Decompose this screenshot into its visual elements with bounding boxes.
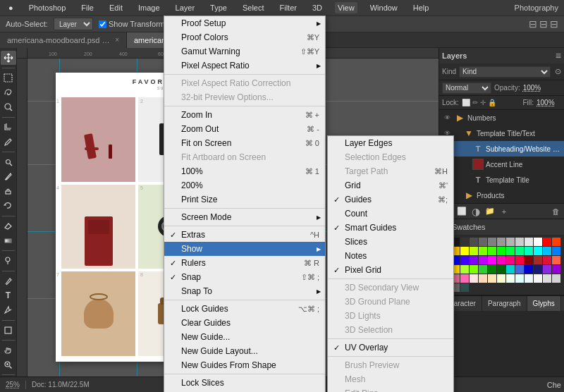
layer-menu[interactable]: Layer bbox=[173, 2, 198, 13]
swatch-bf00ff[interactable] bbox=[479, 256, 487, 264]
window-menu[interactable]: Window bbox=[367, 2, 400, 13]
lock-pixels-icon[interactable]: ⬜ bbox=[462, 99, 470, 106]
shape-tool[interactable] bbox=[1, 323, 16, 337]
show-transform-checkbox[interactable] bbox=[99, 20, 106, 28]
pen-tool[interactable] bbox=[1, 274, 16, 288]
layer-mask-btn[interactable]: ⬜ bbox=[456, 206, 467, 217]
filter-menu[interactable]: Filter bbox=[277, 2, 300, 13]
marquee-tool[interactable] bbox=[1, 71, 16, 85]
layer-template-title-text[interactable]: 👁 ▼ Template Title/Text bbox=[439, 125, 564, 141]
menu-print-size[interactable]: Print Size bbox=[164, 192, 325, 207]
swatch-ffe4b5[interactable] bbox=[488, 274, 496, 283]
swatch-666666[interactable] bbox=[479, 238, 487, 246]
apple-menu[interactable]: ● bbox=[6, 2, 16, 13]
view-menu-dropdown[interactable]: Proof Setup Proof Colors⌘Y Gamut Warning… bbox=[164, 16, 326, 392]
menu-pixel-aspect-ratio[interactable]: Pixel Aspect Ratio bbox=[164, 59, 325, 73]
swatch-b3b3b3[interactable] bbox=[506, 238, 515, 246]
swatch-adff2f[interactable] bbox=[460, 265, 469, 274]
menu-snap-to[interactable]: Snap To bbox=[164, 284, 325, 298]
show-uv-overlay[interactable]: UV Overlay bbox=[328, 341, 453, 355]
swatch-00ced1[interactable] bbox=[506, 265, 515, 274]
swatch-ff69b4[interactable] bbox=[460, 274, 469, 283]
layers-options-icon[interactable]: ≡ bbox=[556, 50, 561, 61]
align-right-icon[interactable]: ⊟ bbox=[550, 18, 558, 30]
menu-rulers[interactable]: Rulers⌘ R bbox=[164, 256, 325, 270]
menu-snap[interactable]: Snap⇧⌘ ; bbox=[164, 270, 325, 284]
layer-group-btn[interactable]: 📁 bbox=[484, 206, 496, 217]
swatch-ff00ff[interactable] bbox=[488, 256, 496, 264]
eyedropper-tool[interactable] bbox=[1, 135, 16, 149]
3d-menu[interactable]: 3D bbox=[309, 2, 325, 13]
align-left-icon[interactable]: ⊟ bbox=[529, 18, 537, 30]
menu-new-guides-from-shape[interactable]: New Guides From Shape bbox=[164, 358, 325, 372]
layer-numbers[interactable]: 👁 ▶ Numbers bbox=[439, 110, 564, 125]
swatch-0000cd[interactable] bbox=[525, 265, 533, 274]
swatch-7fff00[interactable] bbox=[470, 265, 478, 274]
swatch-d3d3d3[interactable] bbox=[552, 274, 560, 283]
menu-proof-setup[interactable]: Proof Setup bbox=[164, 16, 325, 30]
swatch-ffff00[interactable] bbox=[460, 247, 469, 255]
fill-value[interactable]: 100% bbox=[537, 99, 561, 106]
align-center-icon[interactable]: ⊟ bbox=[539, 18, 548, 30]
swatch-808080[interactable] bbox=[488, 238, 496, 246]
layer-template-title[interactable]: 👁 T Template Title bbox=[439, 172, 564, 188]
menu-lock-guides[interactable]: Lock Guides⌥⌘ ; bbox=[164, 302, 325, 316]
swatch-999999[interactable] bbox=[497, 238, 505, 246]
show-slices[interactable]: Slices bbox=[328, 235, 453, 249]
swatch-ff0000[interactable] bbox=[543, 238, 551, 246]
type-tool[interactable]: T bbox=[1, 288, 16, 302]
select-menu[interactable]: Select bbox=[240, 2, 267, 13]
layer-accent-line[interactable]: 👁 Accent Line bbox=[439, 157, 564, 172]
history-brush-tool[interactable] bbox=[1, 199, 16, 213]
lock-position-icon[interactable]: ✛ bbox=[480, 99, 486, 106]
swatch-f5f5f5[interactable] bbox=[534, 274, 542, 283]
swatch-bfff00[interactable] bbox=[470, 247, 478, 255]
swatch-32cd32[interactable] bbox=[479, 265, 487, 274]
crop-tool[interactable] bbox=[1, 121, 16, 135]
menu-100pct[interactable]: 100%⌘ 1 bbox=[164, 164, 325, 178]
layer-eye-numbers[interactable]: 👁 bbox=[442, 113, 452, 123]
layer-new-btn[interactable]: + bbox=[498, 206, 510, 217]
swatch-008000[interactable] bbox=[488, 265, 496, 274]
tab-americana-moodboard[interactable]: americana-moodboard.psd @ 25% (12: Place… bbox=[0, 32, 127, 48]
layer-subheading[interactable]: 👁 T Subheading/Website URL bbox=[439, 141, 564, 157]
swatch-006400[interactable] bbox=[497, 265, 505, 274]
layer-products[interactable]: 👁 ▶ Products bbox=[439, 188, 564, 203]
photoshop-menu[interactable]: Photoshop bbox=[26, 2, 69, 13]
dodge-tool[interactable] bbox=[1, 254, 16, 268]
spot-heal-tool[interactable] bbox=[1, 155, 16, 169]
swatch-2f4f4f[interactable] bbox=[460, 283, 469, 292]
swatch-f0f8ff[interactable] bbox=[525, 274, 533, 283]
menu-clear-guides[interactable]: Clear Guides bbox=[164, 316, 325, 330]
swatch-cccccc[interactable] bbox=[515, 238, 524, 246]
swatch-e6e6e6[interactable] bbox=[525, 238, 533, 246]
menu-extras[interactable]: Extras^H bbox=[164, 228, 325, 242]
swatch-a52a2a[interactable] bbox=[534, 256, 542, 264]
swatch-fafad2[interactable] bbox=[497, 274, 505, 283]
eraser-tool[interactable] bbox=[1, 219, 16, 233]
menu-new-guide-layout[interactable]: New Guide Layout... bbox=[164, 344, 325, 358]
help-menu[interactable]: Help bbox=[410, 2, 432, 13]
swatch-4000ff[interactable] bbox=[460, 256, 469, 264]
swatch-80ff00[interactable] bbox=[479, 247, 487, 255]
show-grid[interactable]: Grid⌘' bbox=[328, 178, 453, 192]
show-smart-guides[interactable]: Smart Guides bbox=[328, 221, 453, 235]
swatch-0080ff[interactable] bbox=[552, 247, 560, 255]
lock-image-icon[interactable]: ✏ bbox=[472, 99, 478, 106]
menu-zoom-out[interactable]: Zoom Out⌘ - bbox=[164, 122, 325, 136]
paragraph-tab[interactable]: Paragraph bbox=[482, 296, 527, 311]
lasso-tool[interactable] bbox=[1, 85, 16, 99]
layer-adjustment-btn[interactable]: ◑ bbox=[470, 206, 482, 217]
hand-tool[interactable] bbox=[1, 343, 16, 357]
image-menu[interactable]: Image bbox=[135, 2, 163, 13]
menu-lock-slices[interactable]: Lock Slices bbox=[164, 376, 325, 390]
auto-select-dropdown[interactable]: Layer Group bbox=[54, 18, 93, 30]
blend-mode-select[interactable]: Normal Multiply Screen bbox=[442, 82, 491, 94]
path-select-tool[interactable] bbox=[1, 303, 16, 317]
swatch-f0fff0[interactable] bbox=[506, 274, 515, 283]
menu-show[interactable]: Show bbox=[164, 242, 325, 256]
stamp-tool[interactable] bbox=[1, 184, 16, 198]
tab-close-icon[interactable]: × bbox=[115, 36, 119, 44]
gradient-tool[interactable] bbox=[1, 233, 16, 247]
show-guides[interactable]: Guides⌘; bbox=[328, 192, 453, 207]
